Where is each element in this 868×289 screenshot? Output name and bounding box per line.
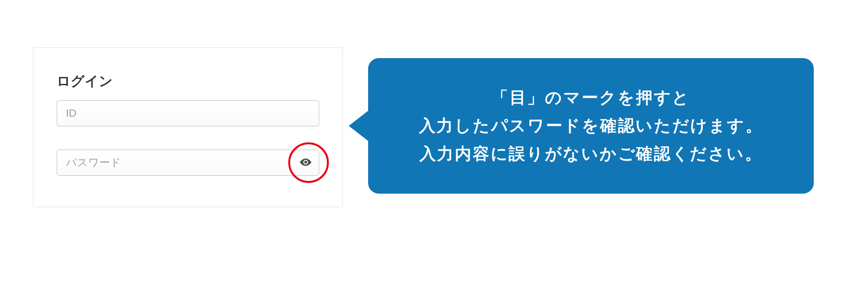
password-input[interactable] — [57, 150, 319, 176]
callout-line-2: 入力したパスワードを確認いただけます。 — [419, 112, 763, 140]
callout-line-3: 入力内容に誤りがないかご確認ください。 — [419, 140, 763, 168]
callout-line-1: 「目」のマークを押すと — [492, 84, 690, 112]
toggle-password-visibility-button[interactable] — [296, 153, 315, 172]
id-field-row — [57, 100, 319, 126]
login-card: ログイン — [33, 47, 343, 207]
eye-icon — [299, 156, 312, 170]
login-title: ログイン — [57, 72, 319, 91]
callout-arrow — [349, 109, 371, 143]
password-field-row — [57, 150, 319, 176]
id-input[interactable] — [57, 100, 319, 126]
callout-bubble: 「目」のマークを押すと 入力したパスワードを確認いただけます。 入力内容に誤りが… — [368, 58, 814, 194]
